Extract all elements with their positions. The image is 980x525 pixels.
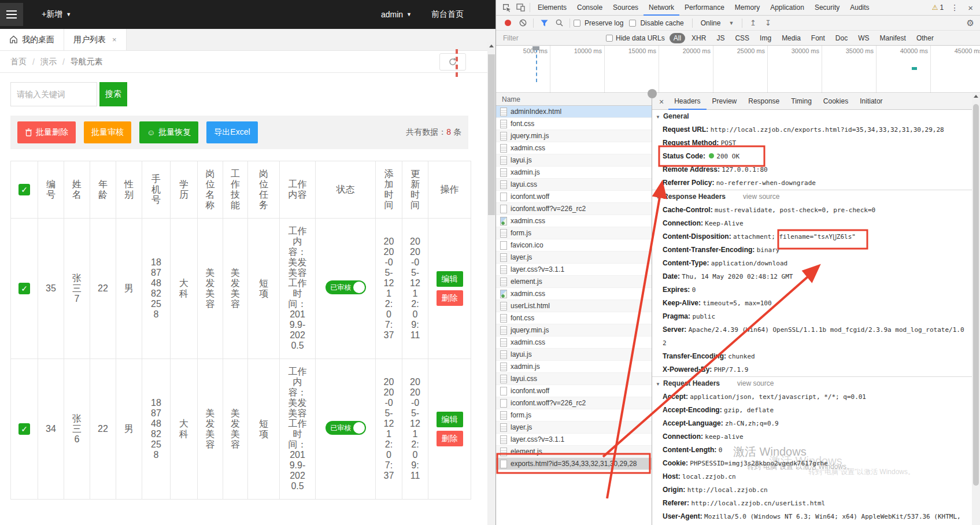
- detail-tab-headers[interactable]: Headers: [668, 94, 706, 110]
- view-source-link[interactable]: view source: [743, 193, 779, 201]
- view-source-link[interactable]: view source: [737, 379, 774, 387]
- warning-badge[interactable]: ⚠ 1: [930, 3, 946, 12]
- network-request-row[interactable]: iconfont.woff: [496, 385, 652, 397]
- network-request-row[interactable]: xadmin.js: [496, 361, 652, 373]
- tab-my-desktop[interactable]: 我的桌面: [0, 29, 64, 50]
- delete-button[interactable]: 删除: [437, 290, 463, 306]
- batch-restore-button[interactable]: ☺ 批量恢复: [139, 121, 198, 143]
- network-request-row[interactable]: layer.css?v=3.1.1: [496, 434, 652, 446]
- network-request-row[interactable]: layer.js: [496, 252, 652, 264]
- preserve-log-checkbox[interactable]: [574, 20, 580, 27]
- network-request-row[interactable]: exports.html?id=35,34,33,32,31,30,29,28: [496, 458, 652, 470]
- network-request-row[interactable]: jquery.min.js: [496, 130, 652, 142]
- status-toggle[interactable]: 已审核: [326, 421, 366, 435]
- detail-tab-preview[interactable]: Preview: [707, 94, 743, 110]
- breadcrumb-demo[interactable]: 演示: [40, 57, 57, 67]
- batch-review-button[interactable]: 批量审核: [84, 121, 131, 143]
- network-request-row[interactable]: layui.css: [496, 373, 652, 385]
- record-icon[interactable]: [501, 17, 515, 29]
- edit-button[interactable]: 编辑: [437, 271, 463, 287]
- network-filter-input[interactable]: [502, 34, 606, 43]
- scrollbar-thumb[interactable]: [488, 54, 495, 215]
- filter-chip-all[interactable]: All: [670, 33, 685, 43]
- section-title[interactable]: ▼Request Headersview source: [652, 377, 972, 390]
- devtools-tab-network[interactable]: Network: [644, 0, 679, 16]
- search-button[interactable]: 搜索: [99, 82, 127, 106]
- gear-icon[interactable]: ⚙: [967, 18, 980, 28]
- network-request-row[interactable]: iconfont.woff?v=226_rc2: [496, 397, 652, 409]
- network-request-row[interactable]: font.css: [496, 118, 652, 130]
- filter-chip-media[interactable]: Media: [778, 33, 805, 43]
- devtools-tab-sources[interactable]: Sources: [608, 0, 644, 16]
- split-handle[interactable]: [648, 89, 657, 98]
- detail-tab-cookies[interactable]: Cookies: [818, 94, 854, 110]
- network-request-row[interactable]: layer.css?v=3.1.1: [496, 264, 652, 276]
- filter-funnel-icon[interactable]: [537, 17, 551, 29]
- network-request-row[interactable]: element.js: [496, 446, 652, 458]
- filter-chip-js[interactable]: JS: [712, 33, 728, 43]
- network-request-row[interactable]: form.js: [496, 227, 652, 239]
- network-request-row[interactable]: layer.js: [496, 422, 652, 434]
- row-checkbox[interactable]: ✓: [19, 423, 30, 435]
- filter-chip-css[interactable]: CSS: [731, 33, 753, 43]
- network-request-row[interactable]: favicon.ico: [496, 239, 652, 252]
- scroll-up-icon[interactable]: [487, 42, 495, 50]
- user-menu[interactable]: admin ▼: [381, 10, 412, 19]
- close-tab-icon[interactable]: ×: [112, 35, 117, 44]
- network-request-row[interactable]: layui.js: [496, 154, 652, 167]
- network-request-row[interactable]: xadmin.css: [496, 215, 652, 227]
- select-all-checkbox[interactable]: ✓: [19, 184, 30, 195]
- add-new-menu[interactable]: +新增 ▼: [42, 9, 71, 20]
- throttling-select[interactable]: Online ▼: [696, 19, 739, 27]
- detail-tab-response[interactable]: Response: [742, 94, 785, 110]
- filter-chip-font[interactable]: Font: [807, 33, 829, 43]
- network-request-row[interactable]: xadmin.css: [496, 142, 652, 154]
- search-input[interactable]: [10, 82, 97, 106]
- status-toggle[interactable]: 已审核: [326, 280, 366, 294]
- scroll-up-icon[interactable]: [974, 95, 978, 98]
- network-request-row[interactable]: iconfont.woff?v=226_rc2: [496, 203, 652, 215]
- filter-chip-ws[interactable]: WS: [854, 33, 873, 43]
- filter-chip-img[interactable]: Img: [756, 33, 775, 43]
- filter-chip-other[interactable]: Other: [912, 33, 938, 43]
- filter-chip-manifest[interactable]: Manifest: [876, 33, 910, 43]
- network-request-row[interactable]: element.js: [496, 276, 652, 288]
- network-request-row[interactable]: layui.js: [496, 349, 652, 361]
- close-detail-icon[interactable]: ×: [654, 97, 668, 106]
- search-icon[interactable]: [552, 17, 566, 29]
- export-har-icon[interactable]: ↧: [761, 17, 775, 29]
- tab-user-list[interactable]: 用户列表 ×: [64, 29, 127, 50]
- clear-icon[interactable]: [516, 17, 530, 29]
- network-request-row[interactable]: xadmin.css: [496, 288, 652, 300]
- import-har-icon[interactable]: ↥: [746, 17, 760, 29]
- hide-data-urls-checkbox[interactable]: [606, 35, 613, 42]
- network-request-row[interactable]: font.css: [496, 312, 652, 324]
- devtools-tab-memory[interactable]: Memory: [730, 0, 765, 16]
- network-request-row[interactable]: jquery.min.js: [496, 324, 652, 337]
- breadcrumb-home[interactable]: 首页: [10, 57, 27, 67]
- disable-cache-checkbox[interactable]: [629, 20, 636, 27]
- delete-button[interactable]: 删除: [437, 431, 463, 446]
- row-checkbox[interactable]: ✓: [19, 283, 30, 294]
- devtools-tab-security[interactable]: Security: [809, 0, 845, 16]
- devtools-tab-audits[interactable]: Audits: [845, 0, 874, 16]
- device-toolbar-icon[interactable]: [513, 2, 527, 13]
- network-request-row[interactable]: userList.html: [496, 300, 652, 312]
- export-excel-button[interactable]: 导出Excel: [206, 121, 257, 143]
- edit-button[interactable]: 编辑: [437, 412, 463, 427]
- network-request-row[interactable]: iconfont.woff: [496, 191, 652, 203]
- request-list-header[interactable]: Name: [496, 94, 652, 106]
- refresh-button[interactable]: [439, 53, 466, 71]
- kebab-menu-icon[interactable]: ⋮: [947, 3, 962, 12]
- detail-tab-initiator[interactable]: Initiator: [854, 94, 888, 110]
- section-title[interactable]: ▼General: [652, 110, 972, 123]
- hamburger-menu-icon[interactable]: [0, 3, 23, 26]
- batch-delete-button[interactable]: 批量删除: [17, 121, 76, 143]
- frontend-home-link[interactable]: 前台首页: [431, 9, 464, 20]
- network-overview-timeline[interactable]: 5000 ms10000 ms15000 ms20000 ms25000 ms3…: [496, 46, 980, 93]
- filter-chip-xhr[interactable]: XHR: [687, 33, 710, 43]
- scrollbar-thumb[interactable]: [973, 104, 979, 486]
- network-request-row[interactable]: xadmin.js: [496, 167, 652, 179]
- close-devtools-icon[interactable]: ×: [963, 3, 978, 13]
- devtools-tab-elements[interactable]: Elements: [532, 0, 572, 16]
